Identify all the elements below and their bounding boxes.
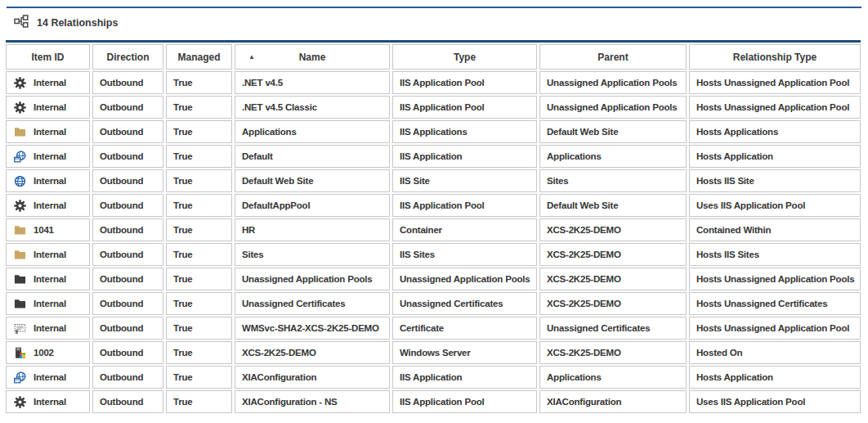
managed-value: True xyxy=(173,323,193,333)
cell-name: XIAConfiguration - NS xyxy=(235,390,390,413)
type-value: IIS Application Pool xyxy=(400,78,485,88)
web-application-icon xyxy=(13,371,26,384)
type-value: IIS Application xyxy=(400,372,462,382)
direction-value: Outbound xyxy=(100,274,143,284)
cell-type: IIS Site xyxy=(392,169,537,192)
direction-value: Outbound xyxy=(100,225,143,235)
type-value: Unassigned Certificates xyxy=(400,299,503,308)
parent-value: Sites xyxy=(547,176,569,186)
cell-managed: True xyxy=(166,169,232,192)
cell-item-id: Internal xyxy=(6,390,90,413)
direction-value: Outbound xyxy=(100,200,143,210)
parent-value: Applications xyxy=(547,151,602,161)
cell-parent: Unassigned Application Pools xyxy=(539,96,687,119)
cell-direction: Outbound xyxy=(92,145,163,168)
cell-type: Unassigned Certificates xyxy=(392,292,537,315)
parent-value: Unassigned Application Pools xyxy=(547,78,677,88)
parent-value: XCS-2K25-DEMO xyxy=(547,348,621,358)
cell-direction: Outbound xyxy=(92,317,163,340)
cell-type: Certificate xyxy=(392,317,537,340)
name-value: DefaultAppPool xyxy=(242,200,310,210)
item-id-value: Internal xyxy=(34,274,66,284)
column-header-type[interactable]: Type xyxy=(392,44,537,70)
cell-item-id: Internal xyxy=(6,96,90,119)
globe-icon xyxy=(13,174,26,187)
cell-direction: Outbound xyxy=(92,292,163,315)
name-value: XIAConfiguration - NS xyxy=(242,397,338,407)
cell-managed: True xyxy=(166,341,232,364)
column-header-item-id[interactable]: Item ID xyxy=(6,44,90,70)
folder-icon xyxy=(13,125,26,138)
direction-value: Outbound xyxy=(100,151,143,161)
cell-relationship-type: Hosts Unassigned Application Pools xyxy=(689,268,861,290)
name-value: Default xyxy=(242,151,273,161)
relationship-type-value: Hosts Application xyxy=(696,372,773,382)
parent-value: Unassigned Certificates xyxy=(547,323,650,333)
top-divider-rule xyxy=(7,7,861,8)
type-value: IIS Applications xyxy=(400,127,468,137)
gear-icon xyxy=(13,395,26,408)
cell-item-id: Internal xyxy=(6,268,90,290)
relationship-type-value: Uses IIS Application Pool xyxy=(696,200,805,210)
cell-name: Sites xyxy=(235,243,390,266)
cell-name: HR xyxy=(235,218,390,241)
cell-managed: True xyxy=(166,390,232,413)
relationship-type-value: Contained Within xyxy=(696,225,771,235)
cell-relationship-type: Uses IIS Application Pool xyxy=(689,390,861,413)
parent-value: Default Web Site xyxy=(547,200,618,210)
cell-item-id: Internal xyxy=(6,292,90,315)
cell-name: WMSvc-SHA2-XCS-2K25-DEMO xyxy=(235,317,390,340)
cell-parent: Unassigned Application Pools xyxy=(539,71,687,94)
cell-parent: XCS-2K25-DEMO xyxy=(539,243,687,266)
direction-value: Outbound xyxy=(100,348,143,358)
relationship-type-value: Hosts Application xyxy=(696,151,773,161)
cell-type: IIS Application Pool xyxy=(392,71,537,94)
cell-parent: Default Web Site xyxy=(539,120,687,143)
managed-value: True xyxy=(173,372,193,382)
managed-value: True xyxy=(173,176,193,186)
name-value: WMSvc-SHA2-XCS-2K25-DEMO xyxy=(242,323,379,333)
cell-type: IIS Application Pool xyxy=(392,390,537,413)
cell-name: Unassigned Certificates xyxy=(235,292,390,315)
relationships-icon xyxy=(14,15,29,31)
certificate-icon xyxy=(13,322,26,335)
type-value: IIS Application Pool xyxy=(400,397,485,407)
type-value: IIS Application Pool xyxy=(400,102,485,112)
direction-value: Outbound xyxy=(100,250,143,259)
managed-value: True xyxy=(173,250,193,259)
cell-parent: XCS-2K25-DEMO xyxy=(539,218,687,241)
cell-relationship-type: Hosts IIS Sites xyxy=(689,243,861,266)
name-value: Unassigned Application Pools xyxy=(242,274,372,284)
column-header-direction[interactable]: Direction xyxy=(92,44,163,70)
web-application-icon xyxy=(13,150,26,163)
cell-relationship-type: Hosts Application xyxy=(689,145,861,168)
cell-parent: XCS-2K25-DEMO xyxy=(539,341,687,364)
managed-value: True xyxy=(173,299,193,308)
column-header-relationship-type[interactable]: Relationship Type xyxy=(689,44,861,70)
column-header-name[interactable]: ▲ Name xyxy=(235,44,390,70)
direction-value: Outbound xyxy=(100,78,143,88)
cell-item-id: Internal xyxy=(6,317,90,340)
cell-type: IIS Application Pool xyxy=(392,194,537,217)
gear-icon xyxy=(13,76,26,89)
cell-parent: Sites xyxy=(539,169,687,192)
relationship-type-value: Hosts Applications xyxy=(696,127,778,137)
item-id-value: Internal xyxy=(34,78,66,88)
column-header-managed[interactable]: Managed xyxy=(166,44,232,70)
direction-value: Outbound xyxy=(100,299,143,308)
name-value: XCS-2K25-DEMO xyxy=(242,348,316,358)
cell-direction: Outbound xyxy=(92,194,163,217)
cell-direction: Outbound xyxy=(92,169,163,192)
managed-value: True xyxy=(173,102,193,112)
column-header-parent[interactable]: Parent xyxy=(539,44,687,70)
cell-direction: Outbound xyxy=(92,71,163,94)
item-id-value: Internal xyxy=(34,102,66,112)
relationship-type-value: Hosts IIS Site xyxy=(696,176,754,186)
name-value: .NET v4.5 xyxy=(242,78,283,88)
page-title: 14 Relationships xyxy=(37,17,118,29)
cell-type: Container xyxy=(392,218,537,241)
cell-relationship-type: Hosts Unassigned Application Pool xyxy=(689,317,861,340)
cell-item-id: Internal xyxy=(6,366,90,389)
parent-value: XCS-2K25-DEMO xyxy=(547,250,621,259)
cell-managed: True xyxy=(166,96,232,119)
